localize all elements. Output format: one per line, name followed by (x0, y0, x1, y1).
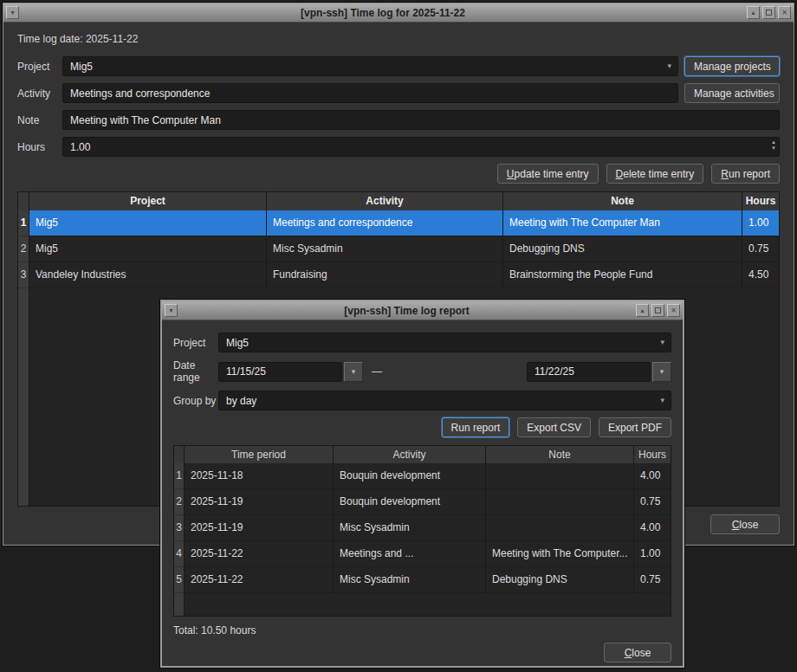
cell-project: Mig5 (29, 210, 267, 236)
chevron-down-icon: ▾ (660, 367, 664, 376)
header-activity: Activity (267, 192, 503, 210)
cell-period: 2025-11-18 (185, 463, 334, 489)
close-glyph: ✕ (671, 307, 677, 314)
main-titlebar: ▾ [vpn-ssh] Time log for 2025-11-22 ▴ ✕ (3, 3, 794, 23)
note-label: Note (17, 114, 62, 126)
export-pdf-button[interactable]: Export PDF (599, 417, 671, 437)
cell-period: 2025-11-19 (185, 515, 334, 541)
report-row[interactable]: 1 2025-11-18 Bouquin development 4.00 (174, 463, 671, 489)
export-csv-button[interactable]: Export CSV (517, 417, 591, 437)
chevron-down-icon: ▾ (352, 367, 356, 376)
date-from-input[interactable]: 11/15/25 (218, 362, 342, 382)
header-hours: Hours (634, 446, 671, 463)
cell-project: Vandeley Industries (29, 262, 267, 288)
close-icon[interactable]: ✕ (667, 304, 680, 317)
main-window-title: [vpn-ssh] Time log for 2025-11-22 (22, 7, 744, 19)
row-number: 1 (174, 463, 185, 489)
date-to-dropdown-button[interactable]: ▾ (652, 362, 671, 382)
cell-activity: Meetings and correspondence (267, 210, 503, 236)
hours-spinner: ▲ ▼ (771, 139, 776, 151)
report-actions-row: Run report Export CSV Export PDF (173, 417, 671, 437)
activity-input[interactable]: Meetings and correspondence (62, 83, 678, 103)
chevron-down-icon: ▾ (660, 397, 664, 404)
close-glyph: ✕ (781, 10, 787, 16)
time-log-date-label: Time log date: 2025-11-22 (17, 33, 780, 45)
row-number: 3 (18, 262, 29, 288)
project-row: Project Mig5 ▾ Manage projects (17, 56, 780, 76)
window-menu-icon[interactable]: ▾ (6, 6, 19, 19)
activity-label: Activity (17, 87, 62, 100)
report-row[interactable]: 5 2025-11-22 Misc Sysadmin Debugging DNS… (174, 567, 671, 593)
table-row[interactable]: 3 Vandeley Industries Fundraising Brains… (18, 262, 779, 288)
report-project-combobox[interactable]: Mig5 ▾ (218, 333, 671, 352)
activity-row: Activity Meetings and correspondence Man… (17, 83, 780, 103)
project-value: Mig5 (70, 61, 93, 73)
cell-note: Debugging DNS (486, 567, 634, 593)
report-table-header: Time period Activity Note Hours (174, 446, 671, 463)
date-to-value: 11/22/25 (535, 365, 574, 378)
hours-spinbox[interactable]: 1.00 ▲ ▼ (62, 137, 780, 157)
project-combobox[interactable]: Mig5 ▾ (62, 56, 678, 76)
report-row[interactable]: 4 2025-11-22 Meetings and ... Meeting wi… (174, 541, 671, 567)
group-by-combobox[interactable]: by day ▾ (218, 391, 671, 410)
cell-note: Meeting with The Computer... (486, 541, 634, 567)
shade-icon[interactable]: ▴ (747, 6, 760, 19)
hours-label: Hours (17, 141, 62, 153)
delete-time-entry-button[interactable]: Delete time entry (606, 164, 704, 184)
hours-row: Hours 1.00 ▲ ▼ (17, 137, 780, 157)
date-range-label: Date range (173, 359, 218, 384)
manage-projects-button[interactable]: Manage projects (684, 56, 780, 76)
header-time-period: Time period (185, 446, 334, 463)
total-hours-label: Total: 10.50 hours (173, 624, 671, 636)
cell-hours: 0.75 (634, 489, 671, 515)
dialog-titlebar: ▾ [vpn-ssh] Time log report ▴ ✕ (162, 301, 683, 320)
cell-activity: Fundraising (267, 262, 503, 288)
date-range-separator: — (372, 365, 382, 378)
note-input[interactable]: Meeting with The Computer Man (62, 110, 780, 130)
update-time-entry-button[interactable]: Update time entry (497, 164, 599, 184)
maximize-glyph (655, 307, 661, 313)
header-hours: Hours (742, 192, 779, 210)
maximize-icon[interactable] (651, 304, 664, 317)
report-project-row: Project Mig5 ▾ (173, 333, 671, 352)
report-dialog: ▾ [vpn-ssh] Time log report ▴ ✕ Project … (160, 300, 684, 668)
cell-hours: 4.00 (634, 515, 671, 541)
maximize-icon[interactable] (762, 6, 775, 19)
cell-period: 2025-11-22 (185, 541, 334, 567)
manage-activities-button[interactable]: Manage activities (684, 83, 780, 103)
dialog-close-button[interactable]: Close (604, 643, 671, 662)
cell-hours: 0.75 (634, 567, 671, 593)
table-row[interactable]: 2 Mig5 Misc Sysadmin Debugging DNS 0.75 (18, 236, 779, 262)
report-row[interactable]: 3 2025-11-19 Misc Sysadmin 4.00 (174, 515, 671, 541)
group-by-row: Group by by day ▾ (173, 391, 671, 410)
close-icon[interactable]: ✕ (778, 6, 791, 19)
date-from-dropdown-button[interactable]: ▾ (344, 362, 363, 382)
report-row[interactable]: 2 2025-11-19 Bouquin development 0.75 (174, 489, 671, 515)
row-number: 4 (174, 541, 185, 567)
cell-activity: Misc Sysadmin (334, 567, 486, 593)
run-report-button[interactable]: Run report (711, 164, 780, 184)
spinner-up-icon[interactable]: ▲ (771, 139, 776, 145)
window-menu-icon[interactable]: ▾ (165, 304, 178, 317)
cell-hours: 0.75 (742, 236, 779, 262)
header-note: Note (486, 446, 634, 463)
spinner-down-icon[interactable]: ▼ (771, 145, 776, 151)
cell-activity: Meetings and ... (334, 541, 486, 567)
shade-icon[interactable]: ▴ (636, 304, 649, 317)
row-number: 2 (18, 236, 29, 262)
chevron-down-icon: ▾ (660, 339, 664, 346)
table-row[interactable]: 1 Mig5 Meetings and correspondence Meeti… (18, 210, 779, 236)
chevron-down-icon: ▾ (667, 62, 671, 70)
row-number: 5 (174, 567, 185, 593)
window-menu-glyph: ▾ (169, 307, 172, 314)
main-close-button[interactable]: Close (710, 514, 780, 534)
cell-note (486, 515, 634, 541)
cell-activity: Misc Sysadmin (334, 515, 486, 541)
cell-period: 2025-11-19 (185, 489, 334, 515)
report-project-label: Project (173, 337, 218, 349)
cell-hours: 4.00 (634, 463, 671, 489)
header-activity: Activity (334, 446, 486, 463)
cell-period: 2025-11-22 (185, 567, 334, 593)
date-to-input[interactable]: 11/22/25 (527, 362, 651, 382)
dialog-run-report-button[interactable]: Run report (442, 417, 510, 437)
